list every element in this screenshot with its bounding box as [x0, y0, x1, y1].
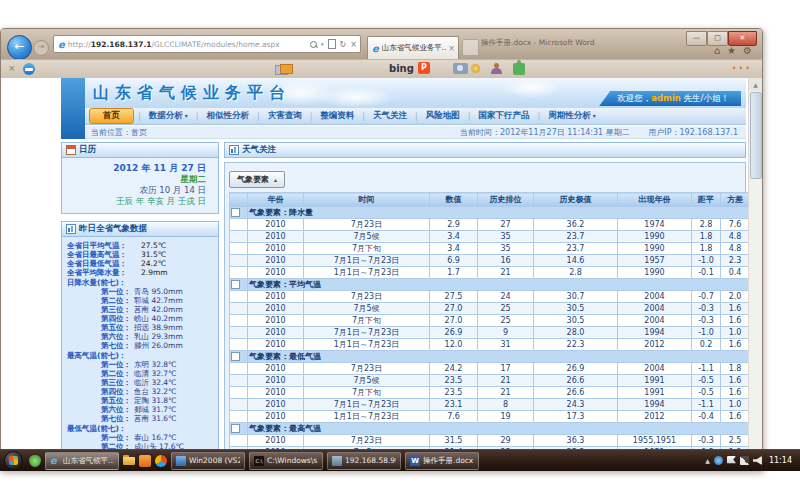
table-cell: 2.3 [721, 255, 750, 267]
bing-toolbar[interactable]: bing P [389, 62, 430, 74]
table-row[interactable]: 20107月1日～7月23日26.9928.01994-1.01.0 [230, 327, 750, 339]
table-cell: 7月23日 [304, 291, 430, 303]
table-row[interactable]: 20107月下旬23.52126.61991-0.51.6 [230, 387, 750, 399]
toolbar-close-icon[interactable]: × [8, 63, 16, 73]
favorites-star-icon[interactable]: ★ [727, 45, 736, 56]
maximize-button[interactable]: □ [707, 31, 728, 46]
camera-icon[interactable] [453, 63, 468, 74]
ranking-rank: 第四位： [67, 314, 131, 323]
coin-icon[interactable] [471, 64, 480, 73]
group-checkbox[interactable] [231, 208, 240, 217]
table-row[interactable]: 20107月1日～7月23日23.1824.31994-1.11.0 [230, 399, 750, 411]
ranking-title: 最高气温(前七)： [67, 351, 215, 360]
tab-close-icon[interactable]: × [448, 44, 455, 53]
weather-table: 年份时间数值历史排位历史极值出现年份距平方差 气象要素：降水量20107月23日… [229, 192, 750, 469]
explorer-folder-icon[interactable] [123, 455, 135, 467]
addon-circle-icon[interactable] [23, 63, 35, 75]
tray-expand-icon[interactable]: ▲ [705, 457, 710, 464]
nav-item-8[interactable]: 国家下行产品 [470, 110, 537, 122]
table-row[interactable]: 20107月5候27.02530.52004-0.31.6 [230, 303, 750, 315]
stop-icon[interactable]: × [350, 40, 357, 49]
vertical-scrollbar[interactable]: ▲ ▼ [748, 78, 762, 469]
row-checkbox-cell [230, 315, 248, 327]
element-filter-button[interactable]: 气象要素▴ [229, 171, 285, 188]
table-row[interactable]: 20107月5候3.43523.719901.84.8 [230, 231, 750, 243]
taskbar-window-2[interactable]: C:\C:\Windows\s... [249, 452, 323, 470]
table-cell: 1.0 [721, 327, 750, 339]
table-cell: 26.6 [534, 375, 618, 387]
group-checkbox[interactable] [231, 352, 240, 361]
stat-label: 全省日最低气温： [67, 259, 141, 268]
network-globe-icon[interactable] [714, 456, 723, 465]
table-cell: 7月下旬 [304, 243, 430, 255]
table-row[interactable]: 20107月5候23.52126.61991-0.51.6 [230, 375, 750, 387]
group-checkbox[interactable] [231, 424, 240, 433]
forward-button[interactable]: → [33, 40, 49, 56]
table-row[interactable]: 20101月1日～7月23日12.03122.320120.21.6 [230, 339, 750, 351]
ranking-item: 第六位：郯城 31.7℃ [67, 405, 215, 414]
table-row[interactable]: 20107月下旬27.02530.52004-0.31.6 [230, 315, 750, 327]
address-bar[interactable]: e http://192.168.137.1/GLCCLIMATE/module… [53, 35, 361, 53]
group-checkbox[interactable] [231, 280, 240, 289]
antivirus-icon[interactable] [29, 455, 41, 467]
browser-round-icon[interactable] [155, 455, 167, 467]
app-orange-icon[interactable] [139, 455, 151, 467]
compatibility-view-icon[interactable] [328, 39, 336, 49]
nav-item-3[interactable]: 相似性分析 [198, 110, 257, 122]
search-icon[interactable] [310, 41, 317, 48]
start-button[interactable] [4, 451, 23, 470]
table-row[interactable]: 20107月23日27.52430.72004-0.72.0 [230, 291, 750, 303]
stat-value: 27.5℃ [141, 241, 166, 250]
table-cell: 36.2 [534, 219, 618, 231]
settings-gear-icon[interactable]: ⚙ [743, 45, 752, 56]
table-cell: 29 [478, 435, 534, 447]
nav-item-1[interactable]: 首页 [89, 108, 134, 124]
taskbar-window-4[interactable]: W操作手册.docx ... [405, 452, 479, 470]
network-signal-icon[interactable] [740, 456, 749, 465]
table-row[interactable]: 20101月1日～7月23日1.7212.81990-0.10.4 [230, 267, 750, 279]
scrollbar-thumb[interactable] [750, 92, 762, 179]
table-row[interactable]: 20107月23日2.92736.219742.87.6 [230, 219, 750, 231]
minimize-button[interactable]: — [686, 31, 707, 46]
table-cell: 1月1日～7月23日 [304, 267, 430, 279]
nav-item-6[interactable]: 天气关注 [365, 110, 415, 122]
browser-tab[interactable]: e 山东省气候业务平... × [367, 36, 459, 59]
action-center-flag-icon[interactable] [727, 456, 736, 465]
addons-puzzle-icon[interactable] [513, 63, 525, 75]
column-header: 年份 [248, 193, 304, 207]
nav-item-7[interactable]: 风险地图 [418, 110, 468, 122]
table-row[interactable]: 20107月下旬3.43523.719901.84.8 [230, 243, 750, 255]
climate-page: 山东省气候业务平台 欢迎您，admin 先生/小姐！ 首页|数据分析▾|相似性分… [61, 78, 746, 108]
taskbar-clock[interactable]: 11:14 [769, 456, 792, 465]
person-icon[interactable] [491, 63, 502, 74]
volume-icon[interactable] [753, 456, 762, 465]
cards-icon[interactable] [275, 64, 293, 74]
taskbar-window-1[interactable]: Win2008 (VS2... [171, 452, 245, 470]
new-tab-button[interactable] [462, 39, 479, 56]
ranking-item: 第五位：招远 38.9mm [67, 323, 215, 332]
nav-item-5[interactable]: 整编资料 [312, 110, 362, 122]
url-text[interactable]: http://192.168.137.1/GLCCLIMATE/modules/… [68, 40, 310, 49]
taskbar-active-window[interactable]: e 山东省气候平... [45, 452, 119, 470]
table-row[interactable]: 20107月23日31.52936.31955,1951-0.32.5 [230, 435, 750, 447]
more-dots-icon[interactable]: ••• [732, 64, 752, 73]
home-icon[interactable]: ⌂ [714, 45, 720, 56]
chevron-down-icon[interactable]: ▾ [321, 41, 324, 47]
table-row[interactable]: 20101月1日～7月23日7.61917.32012-0.41.6 [230, 411, 750, 423]
ranking-item: 第一位：青岛 95.0mm [67, 287, 215, 296]
back-button[interactable]: ← [7, 35, 32, 60]
taskbar-window-3[interactable]: 192.168.58.99... [327, 452, 401, 470]
table-cell: 2010 [248, 387, 304, 399]
table-cell: 1.6 [721, 411, 750, 423]
table-cell: 21 [478, 375, 534, 387]
table-cell: 2010 [248, 339, 304, 351]
scroll-up-icon[interactable]: ▲ [749, 78, 762, 91]
nav-item-2[interactable]: 数据分析▾ [141, 110, 196, 122]
close-button[interactable]: ✕ [728, 31, 757, 46]
bing-p-icon: P [418, 62, 430, 74]
table-row[interactable]: 20107月1日～7月23日6.91614.61957-1.02.3 [230, 255, 750, 267]
table-row[interactable]: 20107月23日24.21726.92004-1.11.8 [230, 363, 750, 375]
nav-item-9[interactable]: 周期性分析▾ [540, 110, 604, 122]
refresh-icon[interactable]: ↻ [340, 40, 347, 49]
nav-item-4[interactable]: 灾害查询 [260, 110, 310, 122]
